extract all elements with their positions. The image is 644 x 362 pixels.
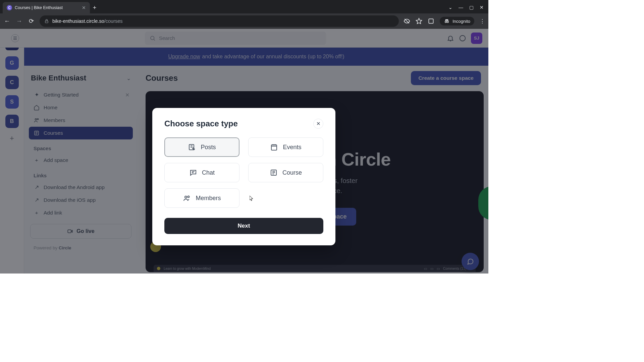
modal-close-button[interactable]: ✕ [313,119,323,129]
next-button[interactable]: Next [164,218,323,234]
svg-point-2 [445,21,447,23]
space-type-chat[interactable]: Chat [164,163,239,182]
incognito-label: Incognito [452,19,470,24]
svg-point-3 [447,21,449,23]
space-type-label: Course [282,169,302,176]
svg-point-13 [185,196,187,198]
maximize-button[interactable]: ▢ [469,5,474,10]
tab-close-icon[interactable]: ✕ [82,5,86,10]
members-icon [183,194,191,202]
tracking-icon[interactable] [404,18,410,24]
space-type-events[interactable]: Events [248,137,323,157]
forward-button[interactable]: → [15,18,23,25]
window-controls: ⌄ — ▢ ✕ [444,5,488,13]
space-type-members[interactable]: Members [164,188,239,208]
space-type-course[interactable]: Course [248,163,323,182]
bookmark-star-icon[interactable] [416,18,422,24]
course-icon [270,169,278,177]
chevron-down-icon[interactable]: ⌄ [448,5,452,10]
choose-space-type-modal: Choose space type ✕ Posts Events Chat Co… [152,108,335,245]
url-path: /courses [104,18,123,24]
modal-title: Choose space type [164,119,238,128]
tab-title: Courses | Bike Enthusiast [15,5,79,10]
lock-icon [44,19,49,23]
browser-tab[interactable]: C Courses | Bike Enthusiast ✕ [3,2,90,13]
posts-icon [188,143,196,151]
browser-toolbar: ← → ⟳ bike-enthusiast.circle.so/courses … [0,13,488,29]
back-button[interactable]: ← [3,18,11,25]
space-type-label: Events [283,144,301,151]
svg-rect-11 [271,145,277,150]
chat-icon [189,169,197,177]
svg-point-14 [188,196,190,198]
minimize-button[interactable]: — [459,5,463,10]
incognito-badge[interactable]: Incognito [440,17,474,25]
address-bar[interactable]: bike-enthusiast.circle.so/courses [40,15,399,27]
svg-rect-0 [45,21,48,23]
extensions-icon[interactable] [428,18,434,24]
browser-tab-strip: C Courses | Bike Enthusiast ✕ + ⌄ — ▢ ✕ [0,0,488,13]
space-type-label: Members [196,195,221,202]
tab-favicon: C [7,5,12,10]
browser-menu-icon[interactable]: ⋮ [480,18,485,24]
incognito-icon [444,18,450,24]
space-type-label: Posts [201,144,216,151]
space-type-posts[interactable]: Posts [164,137,239,157]
calendar-icon [270,143,278,151]
url-host: bike-enthusiast.circle.so [52,18,104,24]
new-tab-button[interactable]: + [90,4,99,13]
close-window-button[interactable]: ✕ [480,5,484,10]
svg-rect-1 [429,19,433,23]
space-type-label: Chat [202,169,215,176]
reload-button[interactable]: ⟳ [28,17,35,25]
